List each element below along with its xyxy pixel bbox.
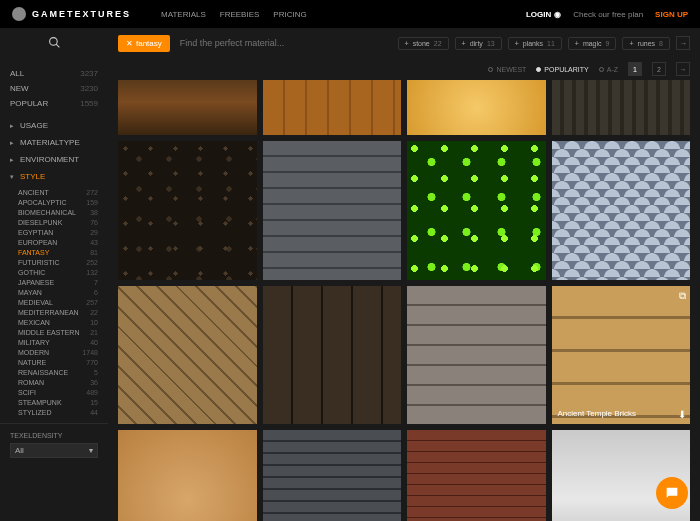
style-item-military[interactable]: MILITARY40 (18, 337, 98, 347)
suggestion-runes[interactable]: +runes8 (622, 37, 670, 50)
active-filter-tag[interactable]: ✕ fantasy (118, 35, 170, 52)
style-item-nature[interactable]: NATURE770 (18, 357, 98, 367)
style-item-biomechanical[interactable]: BIOMECHANICAL38 (18, 207, 98, 217)
texture-tile[interactable] (407, 141, 546, 280)
sort-az[interactable]: A-Z (599, 66, 618, 73)
style-item-steampunk[interactable]: STEAMPUNK15 (18, 397, 98, 407)
svg-line-1 (56, 44, 59, 47)
style-item-modern[interactable]: MODERN1748 (18, 347, 98, 357)
suggestion-planks[interactable]: +planks11 (508, 37, 562, 50)
nav-materials[interactable]: MATERIALS (161, 10, 206, 19)
user-icon: ◉ (554, 10, 561, 19)
search-input[interactable] (180, 38, 320, 48)
chevron-right-icon: ▸ (10, 139, 14, 147)
category-environment[interactable]: ▸ENVIRONMENT (0, 151, 108, 168)
style-item-dieselpunk[interactable]: DIESELPUNK76 (18, 217, 98, 227)
style-item-mexican[interactable]: MEXICAN10 (18, 317, 98, 327)
texture-tile[interactable] (263, 80, 402, 135)
suggestions-next[interactable]: → (676, 36, 690, 50)
nav-freebies[interactable]: FREEBIES (220, 10, 260, 19)
texture-tile[interactable] (263, 286, 402, 425)
login-button[interactable]: LOGIN ◉ (526, 10, 561, 19)
search-trigger[interactable] (0, 28, 108, 58)
suggestion-magic[interactable]: +magic9 (568, 37, 617, 50)
logo[interactable]: GAMETEXTURES (12, 7, 131, 21)
suggestion-stone[interactable]: +stone22 (398, 37, 449, 50)
category-materialtype[interactable]: ▸MATERIALTYPE (0, 134, 108, 151)
chevron-right-icon: ▸ (10, 122, 14, 130)
suggestion-dirty[interactable]: +dirty13 (455, 37, 502, 50)
chevron-down-icon: ▾ (10, 173, 14, 181)
plus-icon: + (405, 40, 409, 47)
search-icon (48, 36, 61, 51)
chat-icon (664, 485, 680, 501)
texture-tile[interactable] (263, 430, 402, 521)
texture-tile[interactable] (118, 286, 257, 425)
style-item-mayan[interactable]: MAYAN6 (18, 287, 98, 297)
sort-popularity[interactable]: POPULARITY (536, 66, 588, 73)
category-style[interactable]: ▾STYLE (0, 168, 108, 185)
plus-icon: + (515, 40, 519, 47)
download-icon[interactable]: ⬇ (678, 409, 686, 420)
brand-text: GAMETEXTURES (32, 9, 131, 19)
texture-tile[interactable] (263, 141, 402, 280)
free-plan-link[interactable]: Check our free plan (573, 10, 643, 19)
main-content: NEWEST POPULARITY A-Z 1 2 → ⧉ Ancient Te… (108, 58, 700, 521)
filter-all[interactable]: ALL3237 (10, 66, 98, 81)
style-item-mediterranean[interactable]: MEDITERRANEAN22 (18, 307, 98, 317)
page-1[interactable]: 1 (628, 62, 642, 76)
sidebar: ALL3237 NEW3230 POPULAR1559 ▸USAGE ▸MATE… (0, 58, 108, 521)
style-item-middle-eastern[interactable]: MIDDLE EASTERN21 (18, 327, 98, 337)
page-2[interactable]: 2 (652, 62, 666, 76)
style-item-roman[interactable]: ROMAN36 (18, 377, 98, 387)
plus-icon: + (462, 40, 466, 47)
search-row: ✕ fantasy +stone22 +dirty13 +planks11 +m… (0, 28, 700, 58)
filter-new[interactable]: NEW3230 (10, 81, 98, 96)
texeldensity-label: TEXELDENSITY (10, 432, 98, 439)
close-icon: ✕ (126, 39, 133, 48)
chevron-right-icon: ▸ (10, 156, 14, 164)
chat-button[interactable] (656, 477, 688, 509)
texture-tile[interactable] (118, 430, 257, 521)
style-item-ancient[interactable]: ANCIENT272 (18, 187, 98, 197)
texture-tile[interactable] (118, 141, 257, 280)
style-item-japanese[interactable]: JAPANESE7 (18, 277, 98, 287)
style-item-apocalyptic[interactable]: APOCALYPTIC159 (18, 197, 98, 207)
texture-tile[interactable] (552, 80, 691, 135)
style-item-scifi[interactable]: SCIFI489 (18, 387, 98, 397)
sort-newest[interactable]: NEWEST (488, 66, 526, 73)
chevron-down-icon: ▾ (89, 446, 93, 455)
signup-button[interactable]: SIGN UP (655, 10, 688, 19)
tile-title: Ancient Temple Bricks (558, 409, 685, 418)
top-bar: GAMETEXTURES MATERIALS FREEBIES PRICING … (0, 0, 700, 28)
logo-icon (12, 7, 26, 21)
texture-tile[interactable] (407, 286, 546, 425)
style-item-egyptian[interactable]: EGYPTIAN29 (18, 227, 98, 237)
style-item-gothic[interactable]: GOTHIC132 (18, 267, 98, 277)
texture-tile[interactable] (407, 80, 546, 135)
style-item-european[interactable]: EUROPEAN43 (18, 237, 98, 247)
texture-grid: ⧉ Ancient Temple Bricks ⬇ (118, 80, 690, 521)
top-nav: MATERIALS FREEBIES PRICING (161, 10, 307, 19)
filter-popular[interactable]: POPULAR1559 (10, 96, 98, 111)
style-item-medieval[interactable]: MEDIEVAL257 (18, 297, 98, 307)
plus-icon: + (629, 40, 633, 47)
texture-tile[interactable] (118, 80, 257, 135)
svg-point-0 (49, 37, 57, 45)
style-item-fantasy[interactable]: FANTASY81 (18, 247, 98, 257)
nav-pricing[interactable]: PRICING (273, 10, 306, 19)
texeldensity-select[interactable]: All▾ (10, 443, 98, 458)
category-usage[interactable]: ▸USAGE (0, 117, 108, 134)
page-next[interactable]: → (676, 62, 690, 76)
style-item-futuristic[interactable]: FUTURISTIC252 (18, 257, 98, 267)
texture-tile-hovered[interactable]: ⧉ Ancient Temple Bricks ⬇ (552, 286, 691, 425)
style-item-stylized[interactable]: STYLIZED44 (18, 407, 98, 417)
texture-tile[interactable] (407, 430, 546, 521)
texture-tile[interactable] (552, 141, 691, 280)
style-item-renaissance[interactable]: RENAISSANCE5 (18, 367, 98, 377)
plus-icon: + (575, 40, 579, 47)
